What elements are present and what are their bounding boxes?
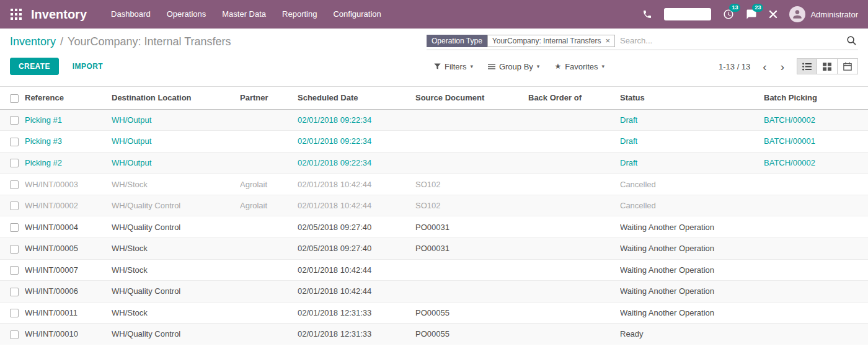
table-body: Picking #1 WH/Output 02/01/2018 09:22:34… [0,109,868,345]
cell-scheduled-date: 02/01/2018 10:42:44 [298,195,415,216]
row-checkbox[interactable] [10,266,19,275]
breadcrumb-parent-link[interactable]: Inventory [10,35,56,48]
activity-count-badge: 13 [729,4,740,12]
col-source-document[interactable]: Source Document [415,87,528,110]
cell-reference: WH/INT/00007 [25,259,112,281]
col-batch-picking[interactable]: Batch Picking [764,87,868,110]
search-icon[interactable] [846,35,857,46]
row-checkbox[interactable] [10,180,19,189]
apps-menu-icon[interactable] [10,8,22,20]
table-row[interactable]: WH/INT/00011 WH/Stock 02/01/2018 12:31:3… [0,302,868,324]
row-checkbox[interactable] [10,138,19,146]
row-checkbox[interactable] [10,223,19,232]
cell-status: Waiting Another Operation [620,281,764,303]
cell-source-document [415,109,528,131]
row-checkbox[interactable] [10,201,19,210]
group-by-label: Group By [499,62,533,71]
table-row[interactable]: WH/INT/00004 WH/Quality Control 02/05/20… [0,216,868,238]
table-row[interactable]: Picking #1 WH/Output 02/01/2018 09:22:34… [0,109,868,131]
cell-batch-picking [764,174,868,195]
table-row[interactable]: Picking #2 WH/Output 02/01/2018 09:22:34… [0,152,868,174]
cell-destination-location: WH/Output [112,109,240,131]
cell-status: Draft [620,152,764,174]
messages-chat-icon[interactable]: 23 [746,9,757,20]
row-checkbox[interactable] [10,330,19,339]
cell-scheduled-date: 02/01/2018 10:42:44 [298,281,415,303]
menu-item-dashboard[interactable]: Dashboard [103,0,159,29]
cell-back-order-of [528,152,620,174]
table-row[interactable]: WH/INT/00002 WH/Quality Control Agrolait… [0,195,868,216]
cell-reference: WH/INT/00003 [25,174,112,195]
cell-destination-location: WH/Stock [112,237,240,259]
filters-dropdown[interactable]: Filters ▾ [434,62,473,71]
import-button[interactable]: IMPORT [69,61,107,71]
pager-value[interactable]: 1-13 / 13 [719,62,750,71]
cell-batch-picking [764,302,868,324]
table-row[interactable]: Picking #3 WH/Output 02/01/2018 09:22:34… [0,131,868,153]
cell-destination-location: WH/Output [112,152,240,174]
cell-source-document: SO102 [415,195,528,216]
search-input[interactable] [615,33,846,48]
pager-next-icon[interactable]: › [781,61,784,73]
timer-widget[interactable] [664,8,711,20]
col-back-order-of[interactable]: Back Order of [528,87,620,110]
table-row[interactable]: WH/INT/00007 WH/Stock 02/01/2018 10:42:4… [0,259,868,281]
cell-partner: Agrolait [240,174,298,195]
row-checkbox-cell [0,259,25,281]
view-calendar-button[interactable] [838,58,858,74]
select-all-checkbox[interactable] [10,94,19,103]
cell-reference: WH/INT/00010 [25,324,112,345]
col-reference[interactable]: Reference [25,87,112,110]
cell-batch-picking [764,237,868,259]
pager-nav: ‹ › [763,61,784,73]
cell-back-order-of [528,324,620,345]
cell-scheduled-date: 02/01/2018 10:42:44 [298,259,415,281]
select-all-cell [0,87,25,110]
col-scheduled-date[interactable]: Scheduled Date [298,87,415,110]
menu-item-master-data[interactable]: Master Data [214,0,274,29]
close-x-icon[interactable] [769,10,777,19]
menu-item-operations[interactable]: Operations [159,0,215,29]
group-by-dropdown[interactable]: Group By ▾ [488,62,539,71]
cell-back-order-of [528,216,620,238]
row-checkbox[interactable] [10,245,19,254]
table-row[interactable]: WH/INT/00005 WH/Stock 02/05/2018 09:27:4… [0,237,868,259]
phone-icon[interactable] [642,9,652,19]
create-button[interactable]: CREATE [10,58,59,75]
row-checkbox[interactable] [10,159,19,167]
cell-source-document [415,131,528,153]
search-facet-value: YourCompany: Internal Transfers × [487,35,615,47]
cell-batch-picking [764,216,868,238]
cell-source-document [415,281,528,303]
user-avatar [789,6,805,22]
table-row[interactable]: WH/INT/00006 WH/Quality Control 02/01/20… [0,281,868,303]
row-checkbox[interactable] [10,116,19,125]
cell-batch-picking [764,195,868,216]
cell-source-document [415,152,528,174]
row-checkbox-cell [0,195,25,216]
col-destination-location[interactable]: Destination Location [112,87,240,110]
table-row[interactable]: WH/INT/00003 WH/Stock Agrolait 02/01/201… [0,174,868,195]
view-list-button[interactable] [797,58,817,74]
activities-clock-icon[interactable]: 13 [723,9,734,20]
top-navbar: Inventory Dashboard Operations Master Da… [0,0,868,29]
cell-scheduled-date: 02/01/2018 12:31:33 [298,324,415,345]
cell-partner [240,131,298,153]
pager-previous-icon[interactable]: ‹ [763,61,766,73]
cell-batch-picking [764,281,868,303]
cell-back-order-of [528,195,620,216]
cell-status: Waiting Another Operation [620,259,764,281]
menu-item-configuration[interactable]: Configuration [325,0,389,29]
row-checkbox[interactable] [10,309,19,317]
menu-item-reporting[interactable]: Reporting [274,0,325,29]
table-row[interactable]: WH/INT/00010 WH/Quality Control 02/01/20… [0,324,868,345]
view-kanban-button[interactable] [817,58,838,74]
cell-back-order-of [528,109,620,131]
col-partner[interactable]: Partner [240,87,298,110]
favorites-dropdown[interactable]: ★ Favorites ▾ [554,62,604,71]
cell-reference: WH/INT/00002 [25,195,112,216]
user-menu[interactable]: Administrator [789,6,858,22]
col-status[interactable]: Status [620,87,764,110]
row-checkbox[interactable] [10,288,19,296]
facet-remove-icon[interactable]: × [606,37,611,45]
